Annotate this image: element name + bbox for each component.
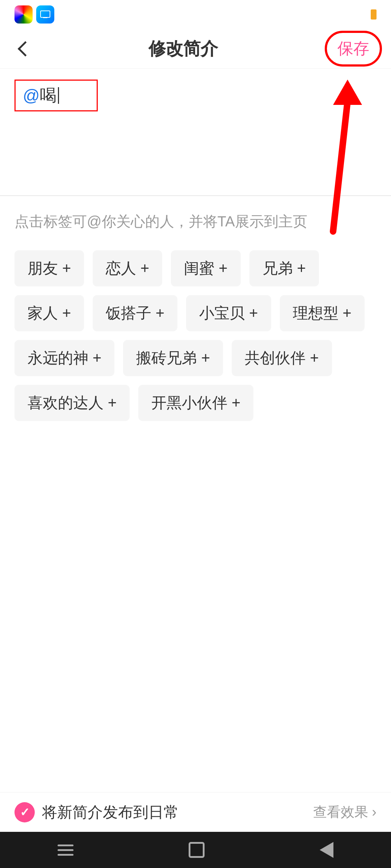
nav-bar: 修改简介 保存 — [0, 29, 391, 69]
hamburger-line-3 — [58, 854, 73, 856]
tv-icon — [36, 5, 54, 24]
tag-item[interactable]: 搬砖兄弟 + — [123, 340, 223, 376]
text-cursor — [58, 87, 59, 104]
check-circle-icon: ✓ — [14, 802, 35, 822]
publish-label: 将新简介发布到日常 — [42, 802, 179, 822]
tag-item[interactable]: 喜欢的达人 + — [14, 385, 130, 421]
hamburger-line-2 — [58, 849, 73, 851]
status-bar — [0, 0, 391, 29]
tag-item[interactable]: 兄弟 + — [249, 250, 319, 286]
chevron-right-icon: › — [372, 804, 377, 820]
at-symbol: @ — [23, 86, 40, 105]
input-content: 喝 — [40, 84, 56, 107]
tag-item[interactable]: 家人 + — [14, 295, 84, 331]
tags-hint-text: 点击标签可@你关心的人，并将TA展示到主页 — [14, 210, 377, 232]
back-button[interactable] — [14, 38, 36, 60]
tag-item[interactable]: 理想型 + — [280, 295, 365, 331]
rainbow-circle-icon — [14, 5, 33, 24]
input-text-value: @喝 — [23, 84, 59, 107]
svg-rect-0 — [41, 11, 50, 17]
tags-grid: 朋友 +恋人 +闺蜜 +兄弟 +家人 +饭搭子 +小宝贝 +理想型 +永远的神 … — [14, 250, 377, 421]
back-nav-button[interactable] — [320, 842, 333, 858]
hamburger-line-1 — [58, 844, 73, 846]
save-button-container: 保存 — [330, 35, 377, 62]
page-title: 修改简介 — [148, 37, 218, 60]
tags-section: 点击标签可@你关心的人，并将TA展示到主页 朋友 +恋人 +闺蜜 +兄弟 +家人… — [0, 196, 391, 435]
status-bar-left — [14, 5, 54, 24]
checkmark: ✓ — [20, 805, 30, 819]
battery-icon — [371, 9, 377, 20]
menu-nav-button[interactable] — [58, 844, 73, 856]
back-triangle-icon — [320, 842, 333, 858]
bottom-nav — [0, 832, 391, 868]
tag-item[interactable]: 永远的神 + — [14, 340, 114, 376]
tag-item[interactable]: 共创伙伴 + — [232, 340, 332, 376]
tag-item[interactable]: 开黑小伙伴 + — [138, 385, 253, 421]
status-bar-right — [371, 9, 377, 20]
tag-item[interactable]: 朋友 + — [14, 250, 84, 286]
bottom-bar: ✓ 将新简介发布到日常 查看效果 › — [0, 792, 391, 832]
tag-item[interactable]: 小宝贝 + — [186, 295, 271, 331]
tag-item[interactable]: 恋人 + — [93, 250, 162, 286]
hamburger-icon — [58, 844, 73, 856]
tag-item[interactable]: 闺蜜 + — [171, 250, 240, 286]
home-square-icon — [189, 842, 205, 858]
svg-marker-4 — [333, 80, 362, 105]
text-input-area: @喝 — [0, 69, 391, 195]
view-effect-button[interactable]: 查看效果 › — [313, 803, 377, 821]
publish-left: ✓ 将新简介发布到日常 — [14, 802, 179, 822]
view-effect-label: 查看效果 — [313, 803, 368, 821]
home-nav-button[interactable] — [189, 842, 205, 858]
bio-input-field[interactable]: @喝 — [14, 80, 98, 111]
save-button[interactable]: 保存 — [330, 35, 377, 62]
back-arrow-icon — [18, 41, 33, 56]
tag-item[interactable]: 饭搭子 + — [93, 295, 177, 331]
